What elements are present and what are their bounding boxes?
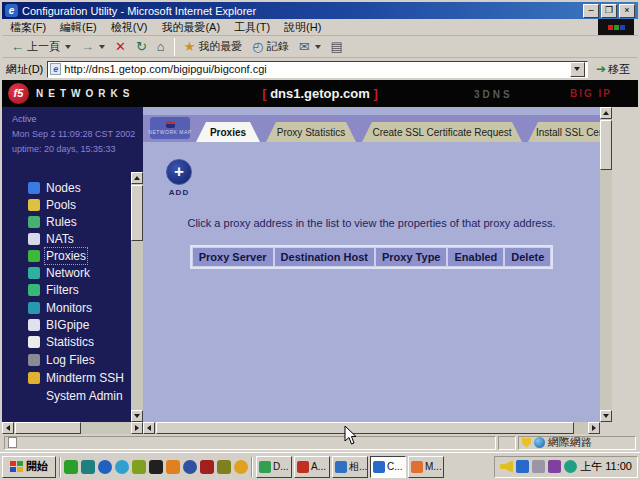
scroll-right-button[interactable] xyxy=(131,422,143,434)
quick-launch-icon[interactable] xyxy=(166,460,180,474)
tray-icon[interactable] xyxy=(516,460,529,473)
sidebar-item-rules[interactable]: Rules xyxy=(28,215,77,229)
sidebar-item-monitors[interactable]: Monitors xyxy=(28,301,92,315)
start-button[interactable]: 開始 xyxy=(2,456,56,478)
sidebar-item-label: Filters xyxy=(46,283,79,297)
sidebar-item-nats[interactable]: NATs xyxy=(28,232,74,246)
sidebar-horizontal-scrollbar[interactable] xyxy=(2,422,143,434)
scroll-left-button[interactable] xyxy=(2,422,14,434)
sidebar-item-label: System Admin xyxy=(46,389,123,403)
scrollbar-thumb[interactable] xyxy=(156,422,574,434)
quick-launch-icon[interactable] xyxy=(81,460,95,474)
desktop: e Configuration Utility - Microsoft Inte… xyxy=(0,0,640,480)
go-button[interactable]: ➔ 移至 xyxy=(592,60,634,78)
back-icon: ← xyxy=(11,40,24,54)
address-dropdown-button[interactable] xyxy=(570,62,585,77)
menu-item-help[interactable]: 說明(H) xyxy=(284,20,321,35)
menu-item-edit[interactable]: 編輯(E) xyxy=(60,20,97,35)
favorites-button[interactable]: ★ 我的最愛 xyxy=(179,37,248,57)
content-vertical-scrollbar[interactable] xyxy=(600,107,612,422)
taskbar-button-3[interactable]: 相... xyxy=(332,456,368,478)
sidebar-item-mindterm-ssh[interactable]: Mindterm SSH xyxy=(28,371,124,385)
sidebar-vertical-scrollbar[interactable] xyxy=(131,172,143,422)
sidebar-item-proxies[interactable]: Proxies xyxy=(28,249,86,263)
go-label: 移至 xyxy=(608,62,630,77)
back-dropdown-icon[interactable] xyxy=(65,45,71,49)
sidebar-item-network[interactable]: Network xyxy=(28,266,90,280)
quick-launch-icon[interactable] xyxy=(149,460,163,474)
scroll-left-button[interactable] xyxy=(143,422,155,434)
mail-dropdown-icon[interactable] xyxy=(315,45,321,49)
taskbar-button-5[interactable]: M... xyxy=(408,456,444,478)
quick-launch-icon[interactable] xyxy=(234,460,248,474)
scroll-right-button[interactable] xyxy=(588,422,600,434)
refresh-button[interactable]: ↻ xyxy=(131,37,152,57)
scrollbar-corner xyxy=(600,422,612,434)
tab-install-ssl-certificate[interactable]: Install SSL Certif xyxy=(528,122,600,142)
add-button[interactable]: + xyxy=(166,159,192,185)
sidebar-item-filters[interactable]: Filters xyxy=(28,283,79,297)
address-bar: 網址(D) e http://dns1.getop.com/bigipgui/b… xyxy=(2,58,638,80)
clock[interactable]: 上午 11:00 xyxy=(580,459,632,474)
scrollbar-thumb[interactable] xyxy=(600,120,612,170)
history-button[interactable]: ◴ 記錄 xyxy=(247,37,293,57)
sidebar-item-label: Monitors xyxy=(46,301,92,315)
device-hostname: [ dns1.getop.com ] xyxy=(2,86,638,101)
scroll-up-button[interactable] xyxy=(600,107,612,119)
scrollbar-thumb[interactable] xyxy=(15,422,81,434)
taskbar-button-2[interactable]: A... xyxy=(294,456,330,478)
forward-dropdown-icon[interactable] xyxy=(99,45,105,49)
scroll-down-button[interactable] xyxy=(600,410,612,422)
quick-launch-icon[interactable] xyxy=(98,460,112,474)
print-button[interactable]: ▤ xyxy=(326,37,348,57)
menu-item-tools[interactable]: 工具(T) xyxy=(234,20,270,35)
home-button[interactable]: ⌂ xyxy=(152,37,170,57)
maximize-button[interactable]: ❐ xyxy=(601,4,617,18)
quick-launch-icon[interactable] xyxy=(183,460,197,474)
volume-icon[interactable] xyxy=(500,460,513,473)
scrollbar-thumb[interactable] xyxy=(131,185,143,241)
minimize-button[interactable]: – xyxy=(583,4,599,18)
security-zone-icon xyxy=(522,438,531,448)
sidebar-item-label: Nodes xyxy=(46,181,81,195)
sidebar-item-pools[interactable]: Pools xyxy=(28,198,76,212)
close-button[interactable]: × xyxy=(619,4,635,18)
sidebar-item-bigpipe[interactable]: BIGpipe xyxy=(28,318,89,332)
sidebar-item-statistics[interactable]: Statistics xyxy=(28,335,94,349)
quick-launch-icon[interactable] xyxy=(200,460,214,474)
sidebar-item-label: Network xyxy=(46,266,90,280)
quick-launch-icon[interactable] xyxy=(217,460,231,474)
scroll-up-button[interactable] xyxy=(131,172,143,184)
menu-item-view[interactable]: 檢視(V) xyxy=(111,20,148,35)
scroll-down-button[interactable] xyxy=(131,410,143,422)
tray-icon[interactable] xyxy=(564,460,577,473)
taskbar-button-4-active[interactable]: C... xyxy=(370,456,406,478)
menu-item-file[interactable]: 檔案(F) xyxy=(10,20,46,35)
quick-launch-icon[interactable] xyxy=(132,460,146,474)
sidebar-item-system-admin[interactable]: System Admin xyxy=(28,389,123,403)
quick-launch-icon[interactable] xyxy=(115,460,129,474)
tray-icon[interactable] xyxy=(548,460,561,473)
tab-proxy-statistics[interactable]: Proxy Statistics xyxy=(266,122,356,142)
sidebar-item-nodes[interactable]: Nodes xyxy=(28,181,81,195)
tray-icon[interactable] xyxy=(532,460,545,473)
taskbar-button-1[interactable]: D... xyxy=(256,456,292,478)
sidebar-item-log-files[interactable]: Log Files xyxy=(28,353,95,367)
tab-create-ssl-certificate-request[interactable]: Create SSL Certificate Request xyxy=(362,122,522,142)
network-map-button[interactable]: NETWORK MAP xyxy=(150,117,190,139)
mail-icon: ✉ xyxy=(299,40,310,54)
status-zone-panel: 網際網路 xyxy=(518,436,636,450)
menu-item-favorites[interactable]: 我的最愛(A) xyxy=(161,20,220,35)
back-button[interactable]: ← 上一頁 xyxy=(6,37,76,57)
mail-button[interactable]: ✉ xyxy=(294,37,326,57)
stop-button[interactable]: ✕ xyxy=(110,37,131,57)
quick-launch-icon[interactable] xyxy=(64,460,78,474)
column-header-enabled: Enabled xyxy=(448,248,503,266)
rules-icon xyxy=(28,216,40,228)
address-url[interactable]: http://dns1.getop.com/bigipgui/bigconf.c… xyxy=(64,63,567,75)
tab-proxies[interactable]: Proxies xyxy=(196,122,260,142)
content-horizontal-scrollbar[interactable] xyxy=(143,422,600,434)
forward-button[interactable]: → xyxy=(76,37,110,57)
address-input[interactable]: e http://dns1.getop.com/bigipgui/bigconf… xyxy=(47,61,588,78)
title-bar[interactable]: e Configuration Utility - Microsoft Inte… xyxy=(2,2,638,19)
